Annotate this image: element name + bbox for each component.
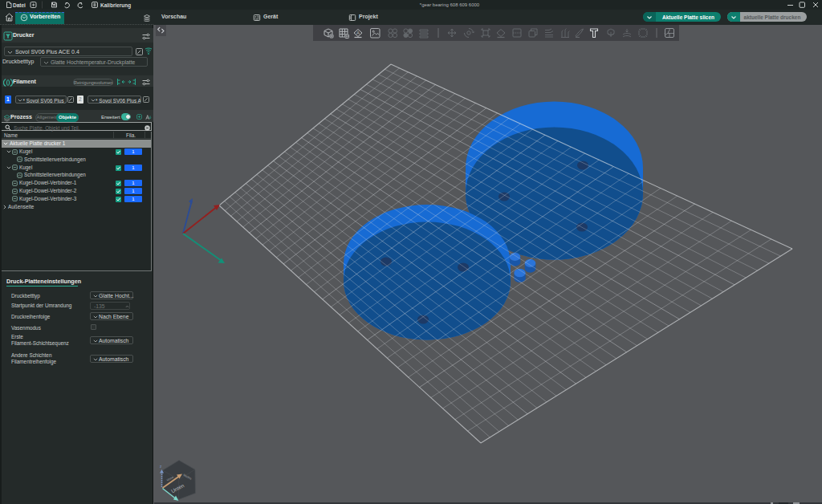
svg-text:Kalibrierung: Kalibrierung	[100, 2, 131, 9]
svg-text:A: A	[356, 30, 360, 35]
svg-text:z: z	[160, 465, 162, 469]
svg-text:Datei: Datei	[13, 2, 26, 8]
